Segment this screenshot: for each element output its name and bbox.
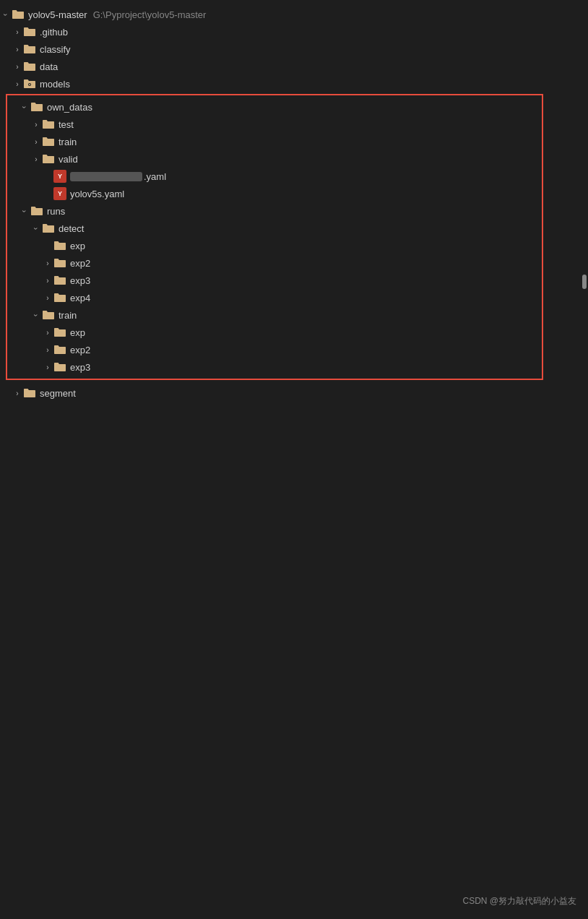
folder-icon [23,60,36,73]
tree-item-blurred-yaml[interactable]: Y .yaml [7,168,542,185]
exp2-label: exp2 [70,258,90,269]
exp4-label: exp4 [70,293,90,303]
tree-item-valid[interactable]: valid [7,150,542,168]
tree-item-github[interactable]: .github [0,23,579,40]
chevron-down-icon [0,9,12,20]
tree-root[interactable]: yolov5-master G:\Pyproject\yolov5-master [0,6,579,23]
yaml-icon: Y [53,187,66,200]
github-label: .github [40,27,68,38]
chevron-right-icon [42,344,53,355]
tree-item-exp2[interactable]: exp2 [7,254,542,272]
tree-item-test[interactable]: test [7,116,542,133]
chevron-right-icon [12,43,23,55]
chevron-right-icon [42,257,53,269]
tree-item-classify[interactable]: classify [0,40,579,58]
yolov5s-yaml-label: yolov5s.yaml [70,189,124,199]
tree-item-train-exp3[interactable]: exp3 [7,358,542,376]
folder-icon [53,239,66,252]
segment-label: segment [40,388,76,399]
tree-item-own-train[interactable]: train [7,133,542,150]
root-path: G:\Pyproject\yolov5-master [93,9,207,20]
models-label: models [40,79,70,90]
folder-icon [53,256,66,269]
tree-item-data[interactable]: data [0,58,579,75]
chevron-down-icon [19,205,30,217]
folder-icon [53,274,66,287]
tree-item-own-datas[interactable]: own_datas [7,98,542,116]
chevron-down-icon [30,223,42,234]
root-label: yolov5-master [28,9,87,20]
valid-label: valid [59,154,78,165]
tree-item-exp[interactable]: exp [7,237,542,254]
chevron-right-icon [42,275,53,286]
test-label: test [59,119,74,130]
yaml-icon: Y [53,170,66,183]
file-explorer: yolov5-master G:\Pyproject\yolov5-master… [0,0,588,407]
chevron-down-icon [19,101,30,113]
train-exp2-label: exp2 [70,345,90,355]
tree-item-runs-train[interactable]: train [7,306,542,324]
tree-item-models[interactable]: models [0,75,579,92]
chevron-right-icon [12,26,23,38]
chevron-right-icon [12,78,23,90]
folder-icon [30,100,43,113]
folder-icon [30,204,43,217]
classify-label: classify [40,44,71,55]
train-exp3-label: exp3 [70,362,90,373]
tree-item-segment[interactable]: segment [0,384,579,402]
chevron-right-icon [42,292,53,303]
exp-label: exp [70,241,85,251]
folder-icon [12,8,25,21]
exp3-label: exp3 [70,275,90,286]
svg-point-1 [29,84,30,85]
folder-icon [42,135,55,148]
chevron-right-icon [42,361,53,373]
runs-label: runs [47,206,65,217]
scrollbar-thumb[interactable] [582,275,587,289]
folder-icon [23,43,36,56]
train-exp-label: exp [70,327,85,338]
tree-item-runs[interactable]: runs [7,202,542,220]
scrollbar-track [581,0,588,407]
chevron-right-icon [42,327,53,338]
tree-item-detect[interactable]: detect [7,220,542,237]
folder-icon [53,291,66,304]
tree-item-train-exp[interactable]: exp [7,324,542,341]
folder-icon [42,309,55,322]
chevron-right-icon [12,387,23,399]
watermark: CSDN @努力敲代码的小益友 [462,895,576,907]
folder-icon [53,343,66,356]
data-label: data [40,61,58,72]
folder-icon [42,222,55,235]
folder-icon [23,25,36,38]
own-train-label: train [59,137,77,147]
tree-item-exp3[interactable]: exp3 [7,272,542,289]
tree-item-yolov5s-yaml[interactable]: Y yolov5s.yaml [7,185,542,202]
folder-icon [42,152,55,165]
highlighted-section: own_datas test t [6,94,543,380]
folder-icon [42,118,55,131]
folder-icon [23,77,36,90]
folder-icon [53,361,66,374]
tree-item-train-exp2[interactable]: exp2 [7,341,542,358]
folder-icon [23,387,36,400]
blurred-yaml-ext: .yaml [144,171,166,182]
tree-item-exp4[interactable]: exp4 [7,289,542,306]
chevron-right-icon [30,153,42,165]
blurred-filename [70,172,142,181]
detect-label: detect [59,223,84,234]
own-datas-label: own_datas [47,102,92,113]
chevron-right-icon [30,136,42,147]
folder-icon [53,326,66,339]
runs-train-label: train [59,310,77,321]
chevron-right-icon [12,61,23,72]
chevron-down-icon [30,309,42,321]
chevron-right-icon [30,118,42,130]
file-tree: yolov5-master G:\Pyproject\yolov5-master… [0,0,579,407]
